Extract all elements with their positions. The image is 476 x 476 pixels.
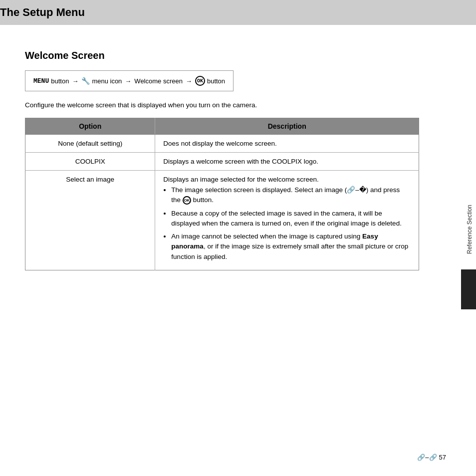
breadcrumb-screen: Welcome screen (134, 77, 183, 85)
option-select-image: Select an image (25, 171, 155, 270)
side-tab-text: Reference Section (466, 205, 473, 254)
breadcrumb-text2: menu icon (92, 77, 122, 85)
section-title: Welcome Screen (25, 50, 419, 61)
option-coolpix: COOLPIX (25, 153, 155, 171)
ok-inline-badge: OK (183, 196, 191, 205)
side-tab-black-block (461, 269, 476, 309)
list-item: An image cannot be selected when the ima… (171, 232, 411, 262)
ok-badge: OK (195, 76, 205, 86)
side-tab: Reference Section (463, 190, 476, 269)
main-title: The Setup Menu (0, 6, 85, 18)
breadcrumb: MENU button → 🔧 menu icon → Welcome scre… (25, 70, 234, 91)
page-num-text: 57 (439, 454, 446, 461)
setup-icon: 🔧 (81, 77, 90, 85)
page-number: 🔗–🔗 57 (417, 454, 446, 461)
arrow-icon-3: → (186, 77, 192, 85)
page-num-icon: 🔗–🔗 (417, 454, 437, 461)
bold-easy-panorama: Easy panorama (171, 233, 378, 250)
col-desc-header: Description (155, 118, 419, 135)
desc-coolpix: Displays a welcome screen with the COOLP… (155, 153, 419, 171)
arrow-icon-2: → (125, 77, 131, 85)
list-item: Because a copy of the selected image is … (171, 209, 411, 229)
table-row: Select an image Displays an image select… (25, 171, 419, 270)
desc-select-image: Displays an image selected for the welco… (155, 171, 419, 270)
breadcrumb-text3: button (207, 77, 225, 85)
breadcrumb-text1: button (51, 77, 69, 85)
description-text: Configure the welcome screen that is dis… (25, 101, 419, 109)
option-none: None (default setting) (25, 135, 155, 153)
title-bar: The Setup Menu (0, 0, 476, 25)
desc-intro: Displays an image selected for the welco… (163, 176, 318, 183)
arrow-icon-1: → (72, 77, 78, 85)
bullet-list: The image selection screen is displayed.… (171, 185, 411, 262)
table-row: COOLPIX Displays a welcome screen with t… (25, 153, 419, 171)
col-option-header: Option (25, 118, 155, 135)
options-table: Option Description None (default setting… (25, 118, 419, 270)
menu-label: MENU (33, 77, 49, 85)
table-row: None (default setting) Does not display … (25, 135, 419, 153)
list-item: The image selection screen is displayed.… (171, 185, 411, 206)
desc-none: Does not display the welcome screen. (155, 135, 419, 153)
